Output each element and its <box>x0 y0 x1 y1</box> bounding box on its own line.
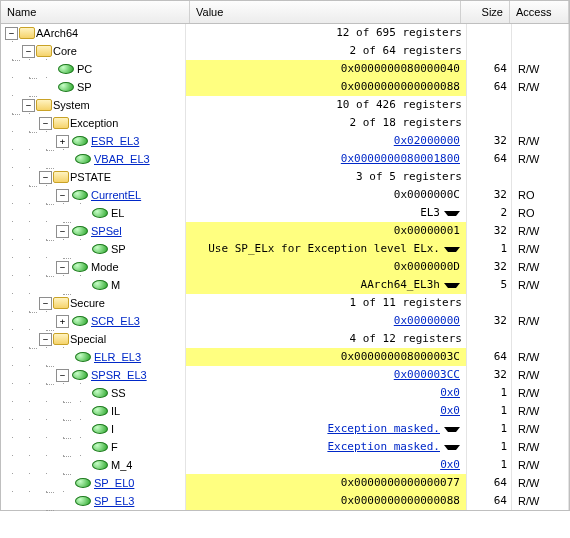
dropdown-icon[interactable] <box>444 445 460 450</box>
row-value[interactable]: 0x000003CC <box>190 368 460 382</box>
row-sp[interactable]: SP0x000000000000008864R/W <box>1 78 569 96</box>
collapse-icon[interactable]: − <box>5 27 18 40</box>
row-label[interactable]: ELR_EL3 <box>94 350 141 364</box>
collapse-icon[interactable]: − <box>22 45 35 58</box>
row-pstate[interactable]: −PSTATE3 of 5 registers <box>1 168 569 186</box>
row-scr-el3[interactable]: +SCR_EL30x0000000032R/W <box>1 312 569 330</box>
row-label[interactable]: SP_EL0 <box>94 476 134 490</box>
row-sp-el0[interactable]: SP_EL00x000000000000007764R/W <box>1 474 569 492</box>
row-size: 1 <box>467 438 512 456</box>
row-mode[interactable]: −Mode0x0000000D32R/W <box>1 258 569 276</box>
col-value[interactable]: Value <box>190 1 461 23</box>
row-label[interactable]: ESR_EL3 <box>91 134 139 148</box>
row-value[interactable]: AArch64_EL3h <box>190 278 440 292</box>
row-label: Mode <box>91 260 119 274</box>
dropdown-icon[interactable] <box>444 283 460 288</box>
col-size[interactable]: Size <box>461 1 510 23</box>
row-access <box>512 330 569 348</box>
dropdown-icon[interactable] <box>444 211 460 216</box>
row-label[interactable]: SPSel <box>91 224 122 238</box>
collapse-icon[interactable]: − <box>22 99 35 112</box>
row-spsel[interactable]: −SPSel0x0000000132R/W <box>1 222 569 240</box>
expand-icon[interactable]: + <box>56 315 69 328</box>
row-spsr-el3[interactable]: −SPSR_EL30x000003CC32R/W <box>1 366 569 384</box>
row-value[interactable]: Exception masked. <box>190 422 440 436</box>
row-system[interactable]: −System10 of 426 registers <box>1 96 569 114</box>
row-value[interactable]: 0x0 <box>190 386 460 400</box>
col-name[interactable]: Name <box>1 1 190 23</box>
row-value[interactable]: 0x00000000 <box>190 314 460 328</box>
row-sp-el3[interactable]: SP_EL30x000000000000008864R/W <box>1 492 569 510</box>
row-m[interactable]: MAArch64_EL3h5R/W <box>1 276 569 294</box>
row-value[interactable]: 0x0 <box>190 404 460 418</box>
row-label: AArch64 <box>36 26 78 40</box>
collapse-icon[interactable]: − <box>39 297 52 310</box>
row-value: 3 of 5 registers <box>190 170 462 184</box>
register-dot-icon <box>92 244 108 254</box>
col-access[interactable]: Access <box>510 1 569 23</box>
row-currentel[interactable]: −CurrentEL0x0000000C32RO <box>1 186 569 204</box>
row-sp2[interactable]: SPUse SP_ELx for Exception level ELx.1R/… <box>1 240 569 258</box>
row-value[interactable]: Use SP_ELx for Exception level ELx. <box>190 242 440 256</box>
row-label[interactable]: SP_EL3 <box>94 494 134 508</box>
row-aarch64[interactable]: −AArch6412 of 695 registers <box>1 24 569 42</box>
collapse-icon[interactable]: − <box>39 117 52 130</box>
row-value[interactable]: EL3 <box>190 206 440 220</box>
collapse-icon[interactable]: − <box>56 261 69 274</box>
row-size: 1 <box>467 456 512 474</box>
row-value[interactable]: Exception masked. <box>190 440 440 454</box>
register-dot-icon <box>75 496 91 506</box>
row-value[interactable]: 0x0 <box>190 458 460 472</box>
row-access: R/W <box>512 258 569 276</box>
row-size <box>467 168 512 186</box>
row-esr-el3[interactable]: +ESR_EL30x0200000032R/W <box>1 132 569 150</box>
row-value: 10 of 426 registers <box>190 98 462 112</box>
dropdown-icon[interactable] <box>444 427 460 432</box>
row-access: R/W <box>512 438 569 456</box>
row-access: R/W <box>512 474 569 492</box>
row-size <box>467 330 512 348</box>
row-core[interactable]: −Core2 of 64 registers <box>1 42 569 60</box>
row-size <box>467 114 512 132</box>
row-value: 1 of 11 registers <box>190 296 462 310</box>
row-value: 0x0000000000000088 <box>190 494 460 508</box>
row-label[interactable]: CurrentEL <box>91 188 141 202</box>
row-value: 2 of 18 registers <box>190 116 462 130</box>
row-label[interactable]: SCR_EL3 <box>91 314 140 328</box>
row-pc[interactable]: PC0x000000008000004064R/W <box>1 60 569 78</box>
row-elr-el3[interactable]: ELR_EL30x000000008000003C64R/W <box>1 348 569 366</box>
row-value: 0x000000008000003C <box>190 350 460 364</box>
row-ss[interactable]: SS0x01R/W <box>1 384 569 402</box>
row-f[interactable]: FException masked.1R/W <box>1 438 569 456</box>
dropdown-icon[interactable] <box>444 247 460 252</box>
row-el[interactable]: ELEL32RO <box>1 204 569 222</box>
register-dot-icon <box>72 190 88 200</box>
row-value[interactable]: 0x02000000 <box>190 134 460 148</box>
row-size: 64 <box>467 78 512 96</box>
row-size: 64 <box>467 348 512 366</box>
grid-header: Name Value Size Access <box>1 0 569 24</box>
collapse-icon[interactable]: − <box>39 333 52 346</box>
row-label[interactable]: SPSR_EL3 <box>91 368 147 382</box>
row-secure[interactable]: −Secure1 of 11 registers <box>1 294 569 312</box>
row-m4[interactable]: M_40x01R/W <box>1 456 569 474</box>
collapse-icon[interactable]: − <box>56 189 69 202</box>
row-special[interactable]: −Special4 of 12 registers <box>1 330 569 348</box>
collapse-icon[interactable]: − <box>56 369 69 382</box>
row-exception[interactable]: −Exception2 of 18 registers <box>1 114 569 132</box>
row-value: 4 of 12 registers <box>190 332 462 346</box>
row-il[interactable]: IL0x01R/W <box>1 402 569 420</box>
row-vbar-el3[interactable]: VBAR_EL30x000000008000180064R/W <box>1 150 569 168</box>
row-label: SP <box>77 80 92 94</box>
row-access: R/W <box>512 78 569 96</box>
row-size: 32 <box>467 132 512 150</box>
row-label[interactable]: VBAR_EL3 <box>94 152 150 166</box>
collapse-icon[interactable]: − <box>39 171 52 184</box>
folder-icon <box>53 333 69 345</box>
expand-icon[interactable]: + <box>56 135 69 148</box>
collapse-icon[interactable]: − <box>56 225 69 238</box>
row-i[interactable]: IException masked.1R/W <box>1 420 569 438</box>
row-value[interactable]: 0x0000000080001800 <box>190 152 460 166</box>
row-label: PC <box>77 62 92 76</box>
register-dot-icon <box>72 316 88 326</box>
